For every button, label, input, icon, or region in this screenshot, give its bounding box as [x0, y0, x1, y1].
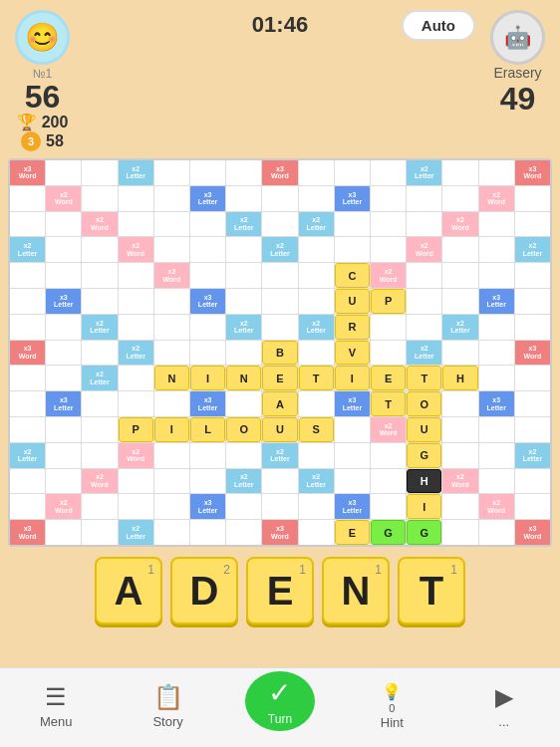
cell-7-6[interactable] — [226, 341, 261, 366]
cell-2-3[interactable] — [119, 212, 153, 237]
cell-6-8[interactable]: x2Letter — [299, 315, 334, 340]
nav-more[interactable]: ▶ ... — [469, 683, 539, 729]
cell-0-5[interactable] — [190, 160, 225, 185]
cell-3-10[interactable] — [371, 237, 406, 262]
cell-6-3[interactable] — [119, 315, 153, 340]
cell-10-1[interactable] — [46, 417, 81, 442]
cell-13-2[interactable] — [82, 494, 117, 519]
cell-12-14[interactable] — [515, 469, 550, 494]
cell-11-12[interactable] — [442, 443, 477, 468]
tile-S-10-8[interactable]: S — [299, 417, 334, 442]
cell-4-0[interactable] — [10, 263, 45, 288]
cell-1-7[interactable] — [262, 186, 297, 211]
cell-5-6[interactable] — [226, 289, 261, 314]
cell-13-13[interactable]: x2Word — [479, 494, 514, 519]
cell-1-5[interactable]: x3Letter — [190, 186, 225, 211]
cell-14-10[interactable]: G — [371, 520, 406, 545]
cell-0-1[interactable] — [46, 160, 81, 185]
cell-12-6[interactable]: x2Letter — [226, 469, 261, 494]
cell-1-1[interactable]: x2Word — [46, 186, 81, 211]
cell-11-14[interactable]: x2Letter — [515, 443, 550, 468]
cell-12-10[interactable] — [371, 469, 406, 494]
cell-3-5[interactable] — [190, 237, 225, 262]
cell-0-12[interactable] — [442, 160, 477, 185]
cell-8-7[interactable]: E — [262, 366, 297, 390]
cell-12-0[interactable] — [10, 469, 45, 494]
tile-H-8-12[interactable]: H — [442, 366, 477, 390]
tile-A-9-7[interactable]: A — [262, 391, 297, 416]
cell-8-12[interactable]: H — [442, 366, 477, 390]
cell-6-4[interactable] — [154, 315, 189, 340]
cell-8-10[interactable]: E — [371, 366, 406, 390]
cell-10-2[interactable] — [82, 417, 117, 442]
tile-V-7-9[interactable]: V — [335, 341, 370, 366]
cell-8-2[interactable]: x2Letter — [82, 366, 117, 390]
cell-0-9[interactable] — [335, 160, 370, 185]
cell-7-10[interactable] — [371, 341, 406, 366]
cell-2-5[interactable] — [190, 212, 225, 237]
cell-14-1[interactable] — [46, 520, 81, 545]
cell-8-9[interactable]: I — [335, 366, 370, 390]
cell-0-14[interactable]: x3Word — [515, 160, 550, 185]
cell-12-1[interactable] — [46, 469, 81, 494]
cell-13-0[interactable] — [10, 494, 45, 519]
cell-6-7[interactable] — [262, 315, 297, 340]
cell-0-3[interactable]: x2Letter — [119, 160, 153, 185]
cell-8-13[interactable] — [479, 366, 514, 390]
cell-6-1[interactable] — [46, 315, 81, 340]
cell-1-3[interactable] — [119, 186, 153, 211]
cell-10-3[interactable]: P — [119, 417, 153, 442]
cell-11-13[interactable] — [479, 443, 514, 468]
cell-0-0[interactable]: x3Word — [10, 160, 45, 185]
cell-1-11[interactable] — [407, 186, 441, 211]
cell-9-11[interactable]: O — [407, 391, 441, 416]
cell-10-7[interactable]: U — [262, 417, 297, 442]
tile-O-9-11[interactable]: O — [407, 391, 441, 416]
cell-10-4[interactable]: I — [154, 417, 189, 442]
cell-4-12[interactable] — [442, 263, 477, 288]
cell-5-3[interactable] — [119, 289, 153, 314]
cell-13-7[interactable] — [262, 494, 297, 519]
tile-O-10-6[interactable]: O — [226, 417, 261, 442]
cell-3-8[interactable] — [299, 237, 334, 262]
cell-4-3[interactable] — [119, 263, 153, 288]
rack-tile-T[interactable]: T1 — [398, 557, 465, 624]
cell-12-3[interactable] — [119, 469, 153, 494]
tile-I-8-9[interactable]: I — [335, 366, 370, 390]
cell-1-4[interactable] — [154, 186, 189, 211]
cell-1-0[interactable] — [10, 186, 45, 211]
cell-7-8[interactable] — [299, 341, 334, 366]
cell-9-3[interactable] — [119, 391, 153, 416]
cell-0-4[interactable] — [154, 160, 189, 185]
cell-13-1[interactable]: x2Word — [46, 494, 81, 519]
tile-R-6-9[interactable]: R — [335, 315, 370, 340]
cell-2-2[interactable]: x2Word — [82, 212, 117, 237]
cell-9-10[interactable]: T — [371, 391, 406, 416]
cell-1-12[interactable] — [442, 186, 477, 211]
cell-9-9[interactable]: x3Letter — [335, 391, 370, 416]
tile-L-10-5[interactable]: L — [190, 417, 225, 442]
cell-11-10[interactable] — [371, 443, 406, 468]
cell-13-8[interactable] — [299, 494, 334, 519]
cell-2-7[interactable] — [262, 212, 297, 237]
cell-2-14[interactable] — [515, 212, 550, 237]
cell-14-7[interactable]: x3Word — [262, 520, 297, 545]
cell-11-0[interactable]: x2Letter — [10, 443, 45, 468]
tile-G-14-11[interactable]: G — [407, 520, 441, 545]
cell-11-3[interactable]: x2Word — [119, 443, 153, 468]
cell-10-8[interactable]: S — [299, 417, 334, 442]
cell-5-5[interactable]: x3Letter — [190, 289, 225, 314]
cell-13-10[interactable] — [371, 494, 406, 519]
cell-11-11[interactable]: G — [407, 443, 441, 468]
tile-P-5-10[interactable]: P — [371, 289, 406, 314]
cell-7-5[interactable] — [190, 341, 225, 366]
cell-12-5[interactable] — [190, 469, 225, 494]
cell-7-9[interactable]: V — [335, 341, 370, 366]
cell-14-2[interactable] — [82, 520, 117, 545]
cell-14-14[interactable]: x3Word — [515, 520, 550, 545]
cell-4-6[interactable] — [226, 263, 261, 288]
cell-4-7[interactable] — [262, 263, 297, 288]
cell-9-6[interactable] — [226, 391, 261, 416]
cell-3-14[interactable]: x2Letter — [515, 237, 550, 262]
cell-10-9[interactable] — [335, 417, 370, 442]
